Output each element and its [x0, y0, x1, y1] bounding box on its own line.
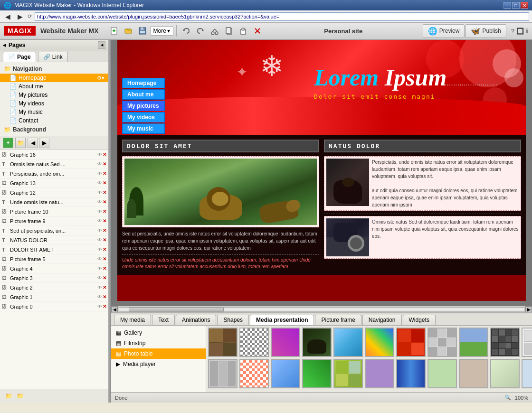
scroll-right-button[interactable]: ▶	[525, 306, 532, 313]
media-thumb[interactable]	[396, 359, 426, 388]
nav-videos[interactable]: My videos	[122, 112, 165, 122]
layer-item[interactable]: 🖼 Picture frame 10 👁 ✕	[0, 207, 108, 216]
layer-item[interactable]: T Omnis iste natus Sed ... 👁 ✕	[0, 160, 108, 169]
delete-layer-button[interactable]: ✕	[103, 285, 106, 290]
media-thumb[interactable]	[365, 328, 394, 357]
canvas-scroll[interactable]: ❄ ✦ Homepage About me My pictures My vid…	[111, 40, 532, 306]
delete-button[interactable]	[251, 24, 264, 38]
page-item-pictures[interactable]: 📄 My pictures	[0, 91, 108, 99]
tab-my-media[interactable]: My media	[114, 315, 151, 325]
prev-button[interactable]: ◀	[28, 138, 38, 148]
layer-item[interactable]: 🖼 Graphic 12 👁 ✕	[0, 188, 108, 197]
page-item-music[interactable]: 📄 My music	[0, 108, 108, 116]
address-input[interactable]	[35, 12, 529, 21]
tab-animations[interactable]: Animations	[176, 315, 216, 325]
maximize-button[interactable]: □	[512, 2, 520, 9]
tab-page[interactable]: 📄 Page	[3, 52, 36, 62]
page-item-about[interactable]: 📄 About me	[0, 82, 108, 91]
open-folder-button[interactable]	[122, 24, 135, 38]
media-gallery[interactable]: ▦ Gallery	[111, 328, 206, 338]
delete-layer-button[interactable]: ✕	[103, 237, 106, 243]
delete-layer-button[interactable]: ✕	[103, 161, 106, 167]
info-icon[interactable]: 🔲	[516, 28, 524, 35]
redo-button[interactable]	[194, 24, 207, 38]
tab-media-presentation[interactable]: Media presentation	[250, 315, 314, 325]
tab-link[interactable]: 🔗 Link	[38, 52, 68, 62]
layer-item[interactable]: 🖼 Picture frame 9 👁 ✕	[0, 216, 108, 226]
delete-layer-button[interactable]: ✕	[103, 228, 106, 233]
visibility-icon[interactable]: 👁	[97, 161, 102, 167]
delete-layer-button[interactable]: ✕	[103, 294, 106, 300]
visibility-icon[interactable]: 👁	[97, 199, 102, 205]
delete-layer-button[interactable]: ✕	[103, 256, 106, 262]
folder-blue-button[interactable]: 📁	[15, 391, 25, 401]
visibility-icon[interactable]: 👁	[97, 152, 102, 157]
media-thumb[interactable]	[490, 328, 520, 357]
picture-frame[interactable]	[122, 156, 319, 227]
media-thumb[interactable]	[302, 328, 332, 357]
visibility-icon[interactable]: 👁	[97, 285, 102, 290]
save-button[interactable]	[136, 24, 149, 38]
cut-button[interactable]	[208, 24, 221, 38]
delete-layer-button[interactable]: ✕	[103, 218, 106, 224]
add-layer-button[interactable]: +	[3, 138, 13, 148]
nav-music[interactable]: My music	[122, 123, 165, 134]
visibility-icon[interactable]: 👁	[97, 228, 102, 233]
scroll-left-button[interactable]: ◀	[111, 306, 118, 313]
settings-button[interactable]: ⚙▾	[97, 75, 104, 81]
layer-item[interactable]: 🖼 Graphic 13 👁 ✕	[0, 178, 108, 188]
visibility-icon[interactable]: 👁	[97, 209, 102, 214]
layer-item[interactable]: 🖼 Graphic 16 👁 ✕	[0, 150, 108, 160]
visibility-icon[interactable]: 👁	[97, 294, 102, 300]
layer-item[interactable]: 🖼 Graphic 2 👁 ✕	[0, 283, 108, 292]
folder-button[interactable]: 📁	[15, 138, 26, 148]
media-thumb[interactable]	[459, 359, 488, 388]
nav-about[interactable]: About me	[122, 89, 165, 100]
media-thumb[interactable]	[428, 359, 457, 388]
publish-button[interactable]: 🦋 Publish	[466, 24, 506, 38]
tab-picture-frame[interactable]: Picture frame	[315, 315, 361, 325]
visibility-icon[interactable]: 👁	[97, 190, 102, 195]
media-thumb[interactable]	[271, 359, 300, 388]
settings-icon[interactable]: ℹ	[526, 28, 528, 35]
folder-yellow-button[interactable]: 📁	[4, 391, 13, 401]
visibility-icon[interactable]: 👁	[97, 237, 102, 243]
scrollbar-track[interactable]	[119, 307, 524, 312]
layer-item[interactable]: 🖼 Graphic 0 👁 ✕	[0, 302, 108, 311]
media-thumb[interactable]	[396, 328, 426, 357]
visibility-icon[interactable]: 👁	[97, 266, 102, 271]
delete-layer-button[interactable]: ✕	[103, 171, 106, 176]
layer-item[interactable]: T Sed ut perspiciatis, un... 👁 ✕	[0, 226, 108, 235]
media-thumb[interactable]	[333, 328, 363, 357]
media-photo-table[interactable]: ▦ Photo table	[111, 348, 206, 359]
layer-item[interactable]: 🖼 Picture frame 5 👁 ✕	[0, 254, 108, 264]
tab-text[interactable]: Text	[152, 315, 175, 325]
media-thumb[interactable]	[239, 359, 269, 388]
layer-item[interactable]: T NATUS DOLOR 👁 ✕	[0, 235, 108, 245]
media-thumb[interactable]	[239, 328, 269, 357]
delete-layer-button[interactable]: ✕	[103, 199, 106, 205]
layer-item[interactable]: T DOLOR SIT AMET 👁 ✕	[0, 245, 108, 254]
page-item-homepage[interactable]: 📄 Homepage ⚙▾	[0, 74, 108, 82]
undo-button[interactable]	[180, 24, 193, 38]
media-thumb[interactable]	[333, 359, 363, 388]
panel-collapse-button[interactable]: ◂	[98, 41, 105, 49]
layer-item[interactable]: T Unde omnis iste natu... 👁 ✕	[0, 197, 108, 207]
media-thumb[interactable]	[490, 359, 520, 388]
next-button[interactable]: ▶	[39, 138, 49, 148]
visibility-icon[interactable]: 👁	[97, 304, 102, 309]
media-thumb[interactable]	[271, 328, 300, 357]
media-thumb[interactable]	[522, 359, 532, 388]
media-filmstrip[interactable]: ▤ Filmstrip	[111, 338, 206, 348]
media-player[interactable]: ▶ Media player	[111, 359, 206, 369]
visibility-icon[interactable]: 👁	[97, 247, 102, 252]
right-picture-frame-2[interactable]: Omnis iste natus Sed ut doloremque laudi…	[324, 216, 521, 259]
delete-layer-button[interactable]: ✕	[103, 304, 106, 309]
visibility-icon[interactable]: 👁	[97, 256, 102, 262]
nav-pictures[interactable]: My pictures	[122, 101, 165, 111]
page-item-contact[interactable]: 📄 Contact	[0, 116, 108, 125]
media-thumbnails[interactable]	[206, 326, 532, 392]
delete-layer-button[interactable]: ✕	[103, 266, 106, 271]
forward-button[interactable]: ▶	[15, 12, 25, 21]
help-icon[interactable]: ?	[511, 28, 514, 35]
